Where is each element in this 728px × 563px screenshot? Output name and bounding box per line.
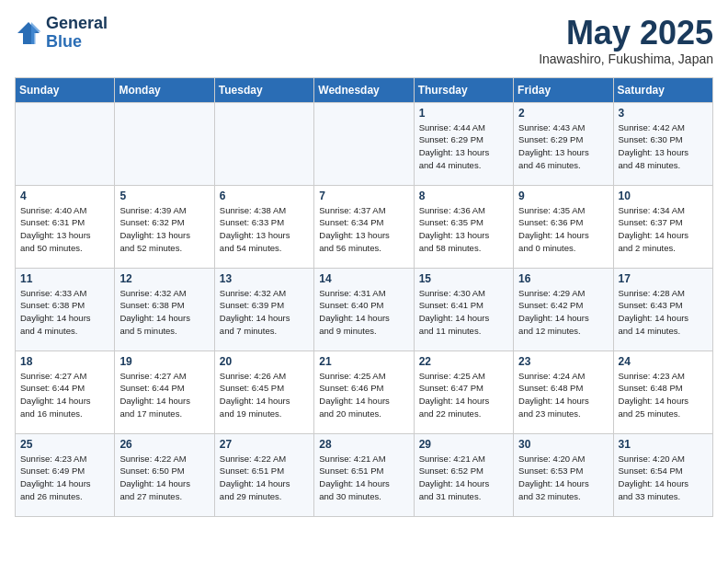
day-number: 10	[619, 190, 708, 202]
day-number: 23	[518, 355, 608, 368]
day-info: Sunrise: 4:20 AM Sunset: 6:54 PM Dayligh…	[619, 453, 708, 503]
calendar-cell: 6Sunrise: 4:38 AM Sunset: 6:33 PM Daylig…	[214, 185, 313, 268]
calendar-cell: 17Sunrise: 4:28 AM Sunset: 6:43 PM Dayli…	[613, 268, 712, 350]
day-number: 22	[419, 355, 508, 368]
weekday-header-thursday: Thursday	[414, 77, 513, 102]
day-info: Sunrise: 4:22 AM Sunset: 6:51 PM Dayligh…	[220, 453, 309, 503]
day-info: Sunrise: 4:43 AM Sunset: 6:29 PM Dayligh…	[518, 121, 608, 172]
day-info: Sunrise: 4:32 AM Sunset: 6:38 PM Dayligh…	[119, 287, 209, 338]
calendar-cell: 5Sunrise: 4:39 AM Sunset: 6:32 PM Daylig…	[115, 185, 214, 268]
day-info: Sunrise: 4:31 AM Sunset: 6:40 PM Dayligh…	[319, 287, 408, 338]
svg-marker-0	[17, 22, 40, 44]
day-info: Sunrise: 4:27 AM Sunset: 6:44 PM Dayligh…	[20, 370, 109, 420]
calendar-cell: 24Sunrise: 4:23 AM Sunset: 6:48 PM Dayli…	[613, 350, 712, 433]
day-info: Sunrise: 4:35 AM Sunset: 6:36 PM Dayligh…	[518, 204, 608, 255]
calendar-cell	[314, 102, 414, 185]
weekday-header-monday: Monday	[115, 77, 214, 102]
day-info: Sunrise: 4:23 AM Sunset: 6:48 PM Dayligh…	[619, 370, 708, 420]
day-number: 21	[319, 355, 408, 368]
calendar-cell: 8Sunrise: 4:36 AM Sunset: 6:35 PM Daylig…	[414, 185, 513, 268]
day-number: 26	[119, 438, 209, 451]
day-number: 31	[619, 438, 708, 451]
calendar-cell: 28Sunrise: 4:21 AM Sunset: 6:51 PM Dayli…	[314, 433, 414, 516]
calendar-week-1: 1Sunrise: 4:44 AM Sunset: 6:29 PM Daylig…	[16, 102, 713, 185]
calendar-cell: 11Sunrise: 4:33 AM Sunset: 6:38 PM Dayli…	[16, 268, 115, 350]
day-number: 9	[518, 190, 608, 202]
calendar-cell: 2Sunrise: 4:43 AM Sunset: 6:29 PM Daylig…	[514, 102, 613, 185]
day-number: 2	[518, 107, 608, 120]
calendar-cell: 9Sunrise: 4:35 AM Sunset: 6:36 PM Daylig…	[514, 185, 613, 268]
calendar-cell: 14Sunrise: 4:31 AM Sunset: 6:40 PM Dayli…	[314, 268, 414, 350]
day-info: Sunrise: 4:30 AM Sunset: 6:41 PM Dayligh…	[419, 287, 508, 338]
day-number: 20	[220, 355, 309, 368]
day-info: Sunrise: 4:40 AM Sunset: 6:31 PM Dayligh…	[20, 204, 109, 255]
day-info: Sunrise: 4:21 AM Sunset: 6:51 PM Dayligh…	[319, 453, 408, 503]
day-info: Sunrise: 4:42 AM Sunset: 6:30 PM Dayligh…	[619, 121, 708, 172]
weekday-header-friday: Friday	[514, 77, 613, 102]
day-info: Sunrise: 4:29 AM Sunset: 6:42 PM Dayligh…	[518, 287, 608, 338]
day-info: Sunrise: 4:32 AM Sunset: 6:39 PM Dayligh…	[220, 287, 309, 338]
calendar-cell: 16Sunrise: 4:29 AM Sunset: 6:42 PM Dayli…	[514, 268, 613, 350]
day-number: 18	[20, 355, 109, 368]
day-number: 27	[220, 438, 309, 451]
calendar-cell: 10Sunrise: 4:34 AM Sunset: 6:37 PM Dayli…	[613, 185, 712, 268]
day-number: 30	[518, 438, 608, 451]
day-number: 25	[20, 438, 109, 451]
calendar-cell	[115, 102, 214, 185]
calendar-cell	[16, 102, 115, 185]
calendar-cell: 23Sunrise: 4:24 AM Sunset: 6:48 PM Dayli…	[514, 350, 613, 433]
logo-line2: Blue	[46, 32, 82, 51]
calendar-cell: 20Sunrise: 4:26 AM Sunset: 6:45 PM Dayli…	[214, 350, 313, 433]
day-number: 14	[319, 272, 408, 285]
weekday-header-saturday: Saturday	[613, 77, 712, 102]
weekday-header-tuesday: Tuesday	[214, 77, 313, 102]
calendar-week-2: 4Sunrise: 4:40 AM Sunset: 6:31 PM Daylig…	[16, 185, 713, 268]
calendar-cell: 13Sunrise: 4:32 AM Sunset: 6:39 PM Dayli…	[214, 268, 313, 350]
day-info: Sunrise: 4:24 AM Sunset: 6:48 PM Dayligh…	[518, 370, 608, 420]
day-info: Sunrise: 4:23 AM Sunset: 6:49 PM Dayligh…	[20, 453, 109, 503]
day-number: 8	[419, 190, 508, 202]
day-info: Sunrise: 4:44 AM Sunset: 6:29 PM Dayligh…	[419, 121, 508, 172]
day-info: Sunrise: 4:25 AM Sunset: 6:46 PM Dayligh…	[319, 370, 408, 420]
day-number: 24	[619, 355, 708, 368]
day-number: 29	[419, 438, 508, 451]
day-number: 7	[319, 190, 408, 202]
calendar-cell: 15Sunrise: 4:30 AM Sunset: 6:41 PM Dayli…	[414, 268, 513, 350]
day-number: 19	[119, 355, 209, 368]
calendar-week-5: 25Sunrise: 4:23 AM Sunset: 6:49 PM Dayli…	[16, 433, 713, 516]
day-info: Sunrise: 4:27 AM Sunset: 6:44 PM Dayligh…	[119, 370, 209, 420]
day-info: Sunrise: 4:34 AM Sunset: 6:37 PM Dayligh…	[619, 204, 708, 255]
calendar-cell: 4Sunrise: 4:40 AM Sunset: 6:31 PM Daylig…	[16, 185, 115, 268]
day-info: Sunrise: 4:39 AM Sunset: 6:32 PM Dayligh…	[119, 204, 209, 255]
calendar-cell: 29Sunrise: 4:21 AM Sunset: 6:52 PM Dayli…	[414, 433, 513, 516]
day-number: 15	[419, 272, 508, 285]
logo: General Blue	[15, 15, 108, 52]
day-info: Sunrise: 4:36 AM Sunset: 6:35 PM Dayligh…	[419, 204, 508, 255]
day-number: 12	[119, 272, 209, 285]
weekday-header-sunday: Sunday	[16, 77, 115, 102]
day-number: 1	[419, 107, 508, 120]
day-info: Sunrise: 4:21 AM Sunset: 6:52 PM Dayligh…	[419, 453, 508, 503]
calendar-cell: 30Sunrise: 4:20 AM Sunset: 6:53 PM Dayli…	[514, 433, 613, 516]
logo-text: General Blue	[46, 15, 108, 52]
calendar-cell: 7Sunrise: 4:37 AM Sunset: 6:34 PM Daylig…	[314, 185, 414, 268]
logo-line1: General	[46, 15, 108, 33]
calendar-cell: 27Sunrise: 4:22 AM Sunset: 6:51 PM Dayli…	[214, 433, 313, 516]
location: Inawashiro, Fukushima, Japan	[539, 52, 713, 66]
day-info: Sunrise: 4:26 AM Sunset: 6:45 PM Dayligh…	[220, 370, 309, 420]
day-number: 6	[220, 190, 309, 202]
day-number: 28	[319, 438, 408, 451]
month-title: May 2025	[539, 15, 713, 52]
title-block: May 2025 Inawashiro, Fukushima, Japan	[539, 15, 713, 66]
calendar-cell: 21Sunrise: 4:25 AM Sunset: 6:46 PM Dayli…	[314, 350, 414, 433]
calendar-cell: 18Sunrise: 4:27 AM Sunset: 6:44 PM Dayli…	[16, 350, 115, 433]
day-info: Sunrise: 4:37 AM Sunset: 6:34 PM Dayligh…	[319, 204, 408, 255]
day-number: 3	[619, 107, 708, 120]
calendar-week-4: 18Sunrise: 4:27 AM Sunset: 6:44 PM Dayli…	[16, 350, 713, 433]
weekday-header-wednesday: Wednesday	[314, 77, 414, 102]
calendar-cell: 12Sunrise: 4:32 AM Sunset: 6:38 PM Dayli…	[115, 268, 214, 350]
day-number: 13	[220, 272, 309, 285]
calendar-cell: 22Sunrise: 4:25 AM Sunset: 6:47 PM Dayli…	[414, 350, 513, 433]
day-number: 11	[20, 272, 109, 285]
day-number: 4	[20, 190, 109, 202]
